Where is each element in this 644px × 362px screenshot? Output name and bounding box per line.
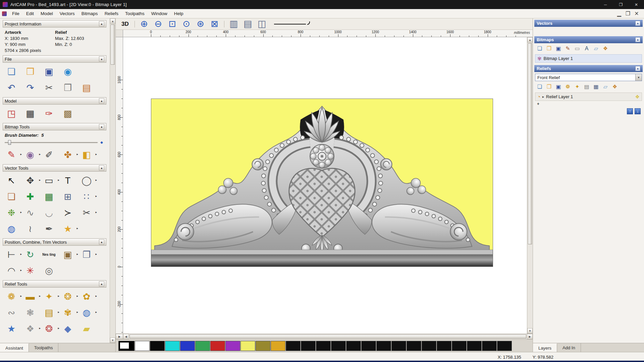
menu-vectors[interactable]: Vectors — [56, 10, 78, 17]
new-bitmap-icon[interactable]: ❏ — [536, 45, 544, 52]
swatch-yellow[interactable] — [240, 341, 255, 351]
redo-icon[interactable]: ↷ — [23, 82, 37, 94]
bitmap-layer-name[interactable]: Bitmap Layer 1 — [544, 56, 573, 61]
align-vectors-icon[interactable]: ⊢ — [5, 249, 18, 261]
arc-fit-icon[interactable]: ◠ — [5, 265, 18, 277]
load-portrait-icon[interactable]: ▩ — [61, 108, 74, 120]
block-copy-icon[interactable]: ∷ — [80, 191, 93, 203]
guides-toggle-icon[interactable]: ▤ — [241, 18, 255, 30]
scroll-right-button[interactable]: ▶ — [527, 334, 533, 339]
swatch-black-09[interactable] — [391, 341, 406, 351]
line-style-widget[interactable] — [274, 24, 306, 24]
save-icon[interactable]: ▣ — [42, 66, 56, 78]
merge-bitmap-icon[interactable]: ▭ — [573, 45, 581, 52]
zoom-in-icon[interactable]: ⊕ — [138, 18, 151, 30]
offset-vector-icon[interactable]: ❏ — [5, 191, 18, 203]
relief-book-icon[interactable]: ▤ — [42, 307, 56, 319]
draw-shape-icon[interactable]: ◉ — [23, 149, 37, 161]
scroll-left-button[interactable]: ◀ — [123, 334, 129, 339]
collapse-button[interactable]: ▲ — [635, 37, 640, 42]
bitmap-layer-row[interactable]: ✾ Bitmap Layer 1 — [535, 54, 642, 63]
smooth-layer-icon[interactable]: ✦ — [573, 83, 581, 90]
save-relief-icon[interactable]: ▣ — [554, 83, 562, 90]
vertical-scrollbar[interactable]: ▲ ▼ — [527, 37, 533, 334]
open-relief-icon[interactable]: ❒ — [545, 83, 553, 90]
scroll-down-button[interactable]: ▼ — [527, 328, 533, 334]
collapse-button[interactable]: ▲ — [635, 66, 640, 71]
copy-array-icon[interactable]: ❐ — [80, 249, 93, 261]
collapse-button[interactable]: ▲ — [99, 21, 104, 26]
pane-splitter-button[interactable]: ▶ — [116, 334, 123, 339]
add-layer-hint[interactable]: + — [533, 102, 644, 107]
swatch-black[interactable] — [150, 341, 165, 351]
calculate-relief-icon[interactable]: ❁ — [5, 291, 18, 303]
primary-secondary-swatch[interactable] — [118, 341, 135, 351]
fillet-icon[interactable]: ✒ — [42, 223, 56, 235]
horizontal-scrollbar[interactable]: ▶ ◀ ▶ — [116, 334, 533, 339]
collapse-button[interactable]: ▲ — [99, 165, 104, 171]
zoom-out-icon[interactable]: ⊖ — [152, 18, 165, 30]
relief-selector-dropdown[interactable]: Front Relief ▼ — [535, 74, 642, 81]
menu-file[interactable]: File — [9, 10, 23, 17]
collapse-button[interactable]: ▲ — [99, 98, 104, 104]
palette-icon[interactable]: ✤ — [61, 149, 74, 161]
spline-icon[interactable]: ❉ — [5, 207, 18, 219]
swatch-black-10[interactable] — [407, 341, 421, 351]
scrollbar-thumb[interactable] — [111, 24, 115, 65]
undo-icon[interactable]: ↶ — [5, 82, 18, 94]
circular-array-icon[interactable]: ↻ — [23, 249, 37, 261]
brush-diameter-slider[interactable]: ◆ — [5, 139, 98, 145]
create-ellipse-icon[interactable]: ◯ — [80, 175, 93, 187]
minimize-button[interactable]: ─ — [598, 0, 613, 9]
model-artwork[interactable] — [151, 99, 493, 267]
sculpt-layer-icon[interactable]: ❁ — [564, 83, 572, 90]
zoom-box-icon[interactable]: ⊡ — [166, 18, 179, 30]
zoom-1to1-icon[interactable]: ⊙ — [180, 18, 193, 30]
calc-layer-icon[interactable]: ▦ — [592, 83, 600, 90]
small-relief-icon-1[interactable]: ▪ — [5, 339, 18, 343]
menu-model[interactable]: Model — [37, 10, 56, 17]
select-vectors-icon[interactable]: ↖ — [5, 175, 18, 187]
block-array-icon[interactable]: ▣ — [61, 249, 74, 261]
flood-fill-icon[interactable]: ◧ — [80, 149, 93, 161]
star-tool-icon[interactable]: ★ — [61, 223, 74, 235]
preview-toggle-icon[interactable]: ◫ — [255, 18, 269, 30]
swatch-gold[interactable] — [271, 341, 285, 351]
swatch-black-12[interactable] — [437, 341, 451, 351]
swatch-black-16[interactable] — [497, 341, 512, 351]
swept-profile-icon[interactable]: ∾ — [5, 307, 18, 319]
collapse-button[interactable]: ▲ — [99, 124, 104, 129]
zoom-fit-icon[interactable]: ⊛ — [194, 18, 207, 30]
swatch-black-05[interactable] — [331, 341, 346, 351]
cut-icon[interactable]: ✂ — [42, 82, 56, 94]
child-close-button[interactable]: ✕ — [633, 10, 641, 17]
assistant-scrollbar[interactable]: ▲ ▼ — [110, 18, 115, 343]
swatch-black-11[interactable] — [422, 341, 436, 351]
crown-relief-icon[interactable]: ✿ — [80, 291, 93, 303]
tab-add-in[interactable]: Add In — [557, 343, 581, 352]
swatch-black-15[interactable] — [482, 341, 497, 351]
export-icon[interactable]: ◉ — [61, 66, 74, 78]
snap-toggle-icon[interactable]: ▥ — [227, 18, 240, 30]
freehand-curve-icon[interactable]: ∿ — [23, 207, 37, 219]
menu-reliefs[interactable]: Reliefs — [101, 10, 122, 17]
swatch-black-02[interactable] — [286, 341, 301, 351]
swatch-magenta[interactable] — [225, 341, 240, 351]
swirl-relief-icon[interactable]: ◆ — [61, 323, 74, 335]
swatch-black-08[interactable] — [376, 341, 391, 351]
mesh-relief-icon[interactable]: ❖ — [23, 323, 37, 335]
collapse-button[interactable]: ▲ — [99, 56, 104, 62]
snap-grid-icon[interactable]: ✚ — [23, 191, 37, 203]
scroll-up-button[interactable]: ▲ — [527, 37, 533, 43]
smooth-relief-icon[interactable]: ▬ — [23, 291, 37, 303]
small-relief-icon-3[interactable]: ◔ — [42, 339, 56, 343]
transform-vectors-icon[interactable]: ✥ — [23, 175, 37, 187]
collapse-button[interactable]: ▲ — [99, 239, 104, 245]
swatch-black-07[interactable] — [361, 341, 376, 351]
erase-layer-icon[interactable]: ▱ — [601, 83, 609, 90]
weave-relief-icon[interactable]: ❃ — [23, 307, 37, 319]
maximize-button[interactable]: ❐ — [613, 0, 629, 9]
paint-bitmap-icon[interactable]: ✎ — [564, 45, 572, 52]
set-model-size-icon[interactable]: ◳ — [5, 108, 18, 120]
switch-to-3d-button[interactable]: 3D — [118, 20, 132, 28]
